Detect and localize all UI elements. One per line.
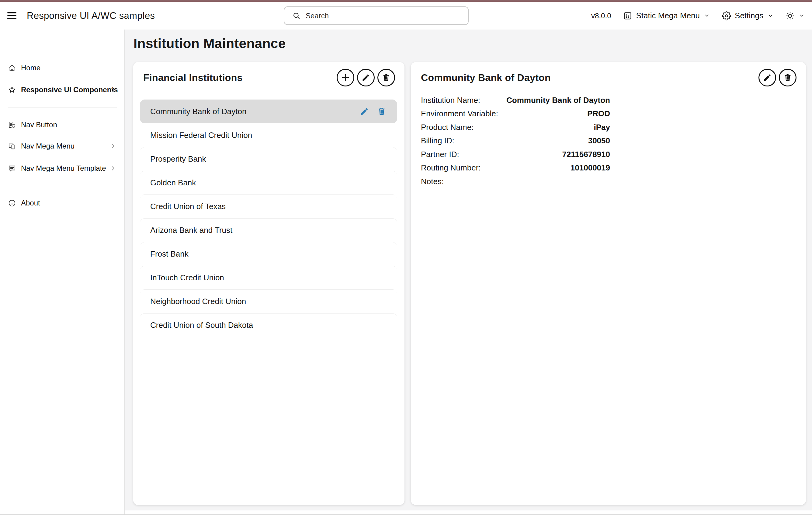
detail-label: Environment Variable: bbox=[421, 109, 498, 118]
row-edit-pencil-icon[interactable] bbox=[360, 107, 369, 116]
institution-name: InTouch Credit Union bbox=[150, 273, 224, 282]
sidebar-item-label: Nav Mega Menu Template bbox=[21, 164, 124, 172]
institution-list: Community Bank of Dayton Mission Federal… bbox=[140, 100, 397, 337]
detail-row: Routing Number: 101000019 bbox=[421, 161, 610, 175]
institution-name: Credit Union of Texas bbox=[150, 202, 226, 211]
sidebar-divider bbox=[8, 185, 117, 185]
chevron-right-icon bbox=[110, 86, 116, 93]
detail-edit-button[interactable] bbox=[758, 69, 776, 86]
list-item[interactable]: Neighborhood Credit Union bbox=[140, 290, 397, 313]
institution-name: Mission Federal Credit Union bbox=[150, 131, 252, 140]
sidebar-item-nav-button[interactable]: Nav Button bbox=[0, 117, 124, 132]
add-institution-button[interactable] bbox=[337, 69, 354, 86]
sidebar-item-label: About bbox=[21, 199, 124, 207]
chevron-right-icon bbox=[110, 165, 116, 172]
list-item[interactable]: Frost Bank bbox=[140, 242, 397, 266]
detail-value: 101000019 bbox=[571, 163, 610, 172]
sidebar-item-label: Home bbox=[21, 63, 124, 72]
sidebar-item-responsive-ui-components[interactable]: Responsive UI Components bbox=[0, 82, 124, 97]
institution-name: Community Bank of Dayton bbox=[150, 107, 246, 116]
detail-row: Product Name: iPay bbox=[421, 120, 610, 134]
main-content: Institution Maintenance Financial Instit… bbox=[125, 29, 812, 510]
detail-row: Partner ID: 72115678910 bbox=[421, 147, 610, 161]
chat-template-icon bbox=[8, 164, 16, 172]
chevron-down-icon bbox=[704, 13, 710, 19]
sidebar-item-nav-mega-menu[interactable]: Nav Mega Menu bbox=[0, 139, 124, 154]
app-header: Responsive UI A/WC samples v8.0.0 bbox=[0, 2, 812, 30]
institution-name: Credit Union of South Dakota bbox=[150, 321, 253, 330]
detail-value: 72115678910 bbox=[562, 150, 610, 159]
search-icon bbox=[293, 12, 300, 20]
home-icon bbox=[8, 64, 16, 72]
devices-icon bbox=[8, 142, 16, 151]
info-icon bbox=[8, 199, 16, 207]
chevron-down-icon bbox=[767, 13, 773, 19]
sidebar-item-home[interactable]: Home bbox=[0, 60, 124, 75]
detail-row: Institution Name: Community Bank of Dayt… bbox=[421, 93, 610, 107]
detail-value: PROD bbox=[587, 109, 610, 118]
detail-label: Billing ID: bbox=[421, 136, 454, 145]
edit-institution-button[interactable] bbox=[357, 69, 375, 86]
sun-icon bbox=[786, 11, 795, 20]
detail-label: Routing Number: bbox=[421, 163, 481, 172]
mega-menu-label: Static Mega Menu bbox=[636, 11, 700, 20]
sidebar-item-label: Nav Button bbox=[21, 120, 124, 129]
institution-name: Arizona Bank and Trust bbox=[150, 225, 232, 235]
app-title: Responsive UI A/WC samples bbox=[27, 10, 155, 21]
detail-label: Notes: bbox=[421, 177, 444, 186]
list-item[interactable]: Golden Bank bbox=[140, 171, 397, 194]
detail-row: Billing ID: 30050 bbox=[421, 134, 610, 148]
sidebar-item-nav-mega-menu-template[interactable]: Nav Mega Menu Template bbox=[0, 161, 124, 175]
financial-institutions-card: Financial Institutions Community Bank of… bbox=[133, 62, 404, 505]
search-box[interactable] bbox=[284, 6, 469, 25]
sidebar: Home Responsive UI Components Nav Button bbox=[0, 29, 125, 515]
institution-detail-card: Community Bank of Dayton Institution Nam… bbox=[411, 62, 806, 505]
list-item[interactable]: Mission Federal Credit Union bbox=[140, 123, 397, 147]
list-item[interactable]: Credit Union of Texas bbox=[140, 194, 397, 218]
detail-delete-button[interactable] bbox=[779, 69, 796, 86]
list-item-selected[interactable]: Community Bank of Dayton bbox=[140, 100, 397, 123]
institution-name: Golden Bank bbox=[150, 178, 196, 188]
sidebar-item-label: Responsive UI Components bbox=[21, 85, 124, 94]
theme-dropdown[interactable] bbox=[786, 11, 805, 20]
search-input[interactable] bbox=[305, 11, 462, 20]
detail-row: Notes: bbox=[421, 175, 610, 188]
settings-dropdown[interactable]: Settings bbox=[722, 11, 773, 20]
gear-icon bbox=[722, 11, 731, 20]
version-label: v8.0.0 bbox=[591, 11, 611, 20]
financial-institutions-title: Financial Institutions bbox=[143, 69, 334, 86]
detail-rows: Institution Name: Community Bank of Dayt… bbox=[421, 93, 610, 188]
mega-menu-icon bbox=[623, 11, 632, 20]
detail-card-title: Community Bank of Dayton bbox=[421, 69, 758, 86]
chevron-down-icon bbox=[799, 13, 805, 19]
star-icon bbox=[8, 86, 16, 94]
sidebar-divider bbox=[8, 107, 117, 107]
hamburger-menu-icon[interactable] bbox=[7, 11, 18, 21]
institution-name: Frost Bank bbox=[150, 249, 188, 259]
institution-name: Prosperity Bank bbox=[150, 154, 206, 164]
row-delete-trash-icon[interactable] bbox=[377, 107, 386, 116]
mega-menu-dropdown[interactable]: Static Mega Menu bbox=[623, 11, 710, 20]
header-right-controls: v8.0.0 Static Mega Menu bbox=[591, 2, 805, 29]
detail-label: Institution Name: bbox=[421, 96, 480, 105]
list-item[interactable]: Arizona Bank and Trust bbox=[140, 218, 397, 242]
list-item[interactable]: Credit Union of South Dakota bbox=[140, 313, 397, 337]
list-item[interactable]: Prosperity Bank bbox=[140, 147, 397, 171]
detail-label: Product Name: bbox=[421, 123, 473, 132]
detail-row: Environment Variable: PROD bbox=[421, 107, 610, 121]
sidebar-item-label: Nav Mega Menu bbox=[21, 142, 124, 151]
detail-label: Partner ID: bbox=[421, 150, 459, 159]
detail-value: Community Bank of Dayton bbox=[506, 96, 610, 105]
detail-value: 30050 bbox=[588, 136, 610, 145]
delete-institution-button[interactable] bbox=[377, 69, 395, 86]
page-title: Institution Maintenance bbox=[134, 36, 286, 51]
institution-name: Neighborhood Credit Union bbox=[150, 297, 246, 306]
settings-label: Settings bbox=[735, 11, 763, 20]
detail-value: iPay bbox=[594, 123, 610, 132]
nav-button-icon bbox=[8, 121, 16, 129]
sidebar-item-about[interactable]: About bbox=[0, 196, 124, 210]
list-item[interactable]: InTouch Credit Union bbox=[140, 266, 397, 290]
chevron-right-icon bbox=[110, 143, 116, 150]
